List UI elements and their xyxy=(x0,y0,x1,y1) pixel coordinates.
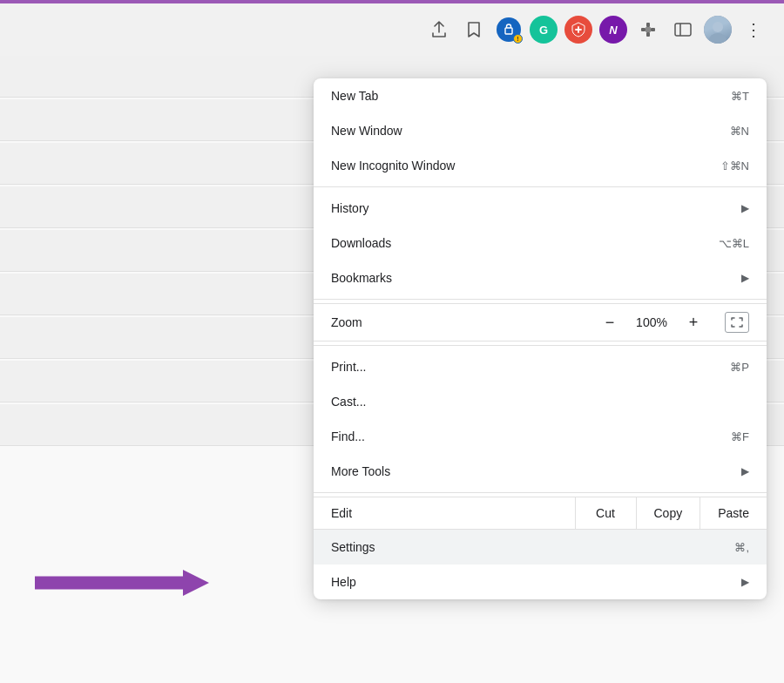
context-menu: New Tab ⌘T New Window ⌘N New Incognito W… xyxy=(314,78,767,599)
cast-label: Cast... xyxy=(331,395,366,409)
svg-point-8 xyxy=(709,33,727,44)
new-tab-label: New Tab xyxy=(331,89,378,103)
help-label: Help xyxy=(331,575,356,589)
bookmarks-arrow-icon: ▶ xyxy=(741,272,749,284)
print-shortcut: ⌘P xyxy=(730,361,749,374)
downloads-label: Downloads xyxy=(331,236,391,250)
menu-item-history[interactable]: History ▶ xyxy=(314,191,767,226)
svg-rect-4 xyxy=(651,28,655,31)
three-dots-menu-icon[interactable]: ⋮ xyxy=(739,16,767,44)
zoom-label: Zoom xyxy=(331,315,598,329)
grammarly-icon[interactable]: G xyxy=(530,16,558,44)
fullscreen-button[interactable] xyxy=(725,312,749,333)
svg-rect-1 xyxy=(641,28,645,31)
svg-rect-2 xyxy=(646,23,650,27)
menu-item-help[interactable]: Help ▶ xyxy=(314,565,767,599)
share-icon[interactable] xyxy=(425,16,453,44)
adblock-icon[interactable] xyxy=(564,16,592,44)
menu-item-settings[interactable]: Settings ⌘, xyxy=(314,530,767,565)
more-tools-arrow-icon: ▶ xyxy=(741,465,749,477)
svg-rect-0 xyxy=(505,28,512,34)
arrow-container xyxy=(35,570,209,596)
avatar-image xyxy=(704,16,732,44)
settings-label: Settings xyxy=(331,540,375,554)
find-shortcut: ⌘F xyxy=(731,430,749,443)
menu-item-more-tools[interactable]: More Tools ▶ xyxy=(314,454,767,489)
browser-toolbar: ! G N xyxy=(0,3,784,56)
copy-button[interactable]: Copy xyxy=(637,497,701,529)
menu-item-cast[interactable]: Cast... xyxy=(314,384,767,419)
bookmarks-label: Bookmarks xyxy=(331,271,392,285)
divider-2 xyxy=(314,299,767,300)
menu-item-print[interactable]: Print... ⌘P xyxy=(314,349,767,384)
svg-point-7 xyxy=(713,22,723,32)
svg-rect-6 xyxy=(675,24,691,36)
sync-icon[interactable]: ! xyxy=(495,16,523,44)
edit-actions: Cut Copy Paste xyxy=(575,497,767,529)
new-incognito-shortcut: ⇧⌘N xyxy=(720,159,749,172)
settings-shortcut: ⌘, xyxy=(734,541,749,554)
menu-item-new-window[interactable]: New Window ⌘N xyxy=(314,113,767,148)
history-label: History xyxy=(331,201,369,215)
svg-rect-5 xyxy=(645,27,651,32)
new-tab-shortcut: ⌘T xyxy=(731,90,749,103)
print-label: Print... xyxy=(331,360,366,374)
divider-4 xyxy=(314,492,767,493)
history-arrow-icon: ▶ xyxy=(741,202,749,214)
new-window-shortcut: ⌘N xyxy=(730,125,749,138)
new-window-label: New Window xyxy=(331,124,402,138)
menu-item-new-tab[interactable]: New Tab ⌘T xyxy=(314,78,767,113)
menu-item-bookmarks[interactable]: Bookmarks ▶ xyxy=(314,260,767,295)
edit-label: Edit xyxy=(314,497,575,529)
browser-chrome: ▾ ! G xyxy=(0,0,784,683)
svg-rect-3 xyxy=(646,32,650,37)
purple-arrow xyxy=(35,570,209,596)
new-incognito-label: New Incognito Window xyxy=(331,159,455,172)
more-tools-label: More Tools xyxy=(331,464,390,478)
zoom-out-button[interactable]: − xyxy=(598,310,622,335)
zoom-controls: − 100% + xyxy=(598,310,749,335)
cut-button[interactable]: Cut xyxy=(576,497,637,529)
arrow-shaft xyxy=(35,570,209,596)
find-label: Find... xyxy=(331,429,365,443)
menu-item-downloads[interactable]: Downloads ⌥⌘L xyxy=(314,226,767,260)
help-arrow-icon: ▶ xyxy=(741,576,749,588)
avatar-icon[interactable] xyxy=(704,16,732,44)
extensions-icon[interactable] xyxy=(634,16,662,44)
edit-row: Edit Cut Copy Paste xyxy=(314,497,767,530)
divider-3 xyxy=(314,345,767,346)
menu-item-new-incognito[interactable]: New Incognito Window ⇧⌘N xyxy=(314,148,767,183)
menu-item-find[interactable]: Find... ⌘F xyxy=(314,419,767,454)
zoom-percent-value: 100% xyxy=(634,315,669,329)
paste-button[interactable]: Paste xyxy=(700,497,767,529)
onenote-icon[interactable]: N xyxy=(599,16,627,44)
zoom-in-button[interactable]: + xyxy=(681,310,706,335)
divider-1 xyxy=(314,186,767,187)
bookmark-icon[interactable] xyxy=(460,16,488,44)
zoom-row: Zoom − 100% + xyxy=(314,303,767,342)
sidebar-icon[interactable] xyxy=(669,16,697,44)
downloads-shortcut: ⌥⌘L xyxy=(719,237,749,250)
